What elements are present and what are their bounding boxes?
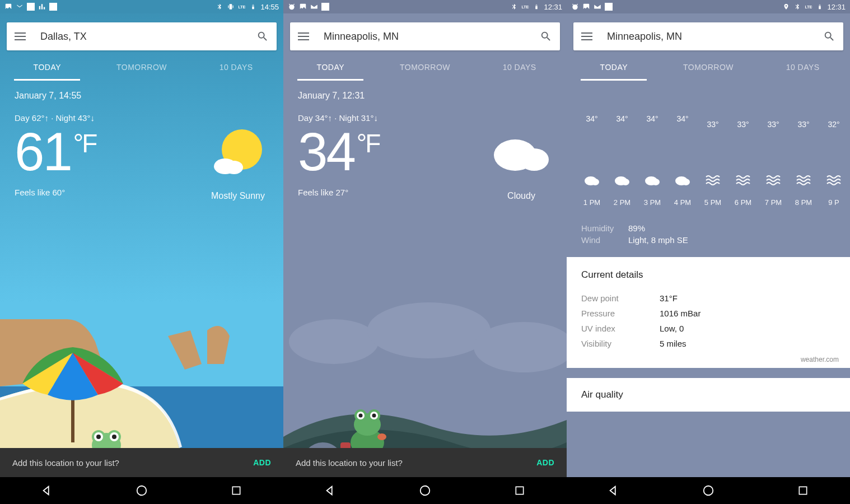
search-icon[interactable] xyxy=(823,30,835,43)
svg-point-24 xyxy=(289,4,294,10)
svg-point-38 xyxy=(372,414,376,418)
dew-value: 31°F xyxy=(660,293,678,303)
tab-10days[interactable]: 10 DAYS xyxy=(472,54,567,81)
svg-point-37 xyxy=(359,414,363,418)
nav-bar xyxy=(567,477,850,504)
hourly-time: 2 PM xyxy=(614,198,631,207)
tab-tomorrow[interactable]: TOMORROW xyxy=(661,54,756,81)
add-location-bar: Add this location to your list? ADD xyxy=(0,448,283,477)
current-details-card: Current details Dew point31°F Pressure10… xyxy=(567,257,850,368)
tab-tomorrow[interactable]: TOMORROW xyxy=(378,54,473,81)
tab-10days[interactable]: 10 DAYS xyxy=(755,54,850,81)
status-bar: LTE 14:55 xyxy=(0,0,283,13)
pressure-value: 1016 mBar xyxy=(660,309,700,318)
hourly-item[interactable]: 34°4 PM xyxy=(667,114,698,207)
hourly-item[interactable]: 33°7 PM xyxy=(758,114,788,207)
cloudy-icon xyxy=(491,127,552,178)
hourly-item[interactable]: 34°3 PM xyxy=(637,114,667,207)
hourly-item[interactable]: 34°1 PM xyxy=(577,114,607,207)
tab-today[interactable]: TODAY xyxy=(567,54,661,81)
recent-button[interactable] xyxy=(229,483,244,498)
back-button[interactable] xyxy=(40,483,54,498)
svg-point-26 xyxy=(520,148,549,171)
search-wrap: Dallas, TX xyxy=(0,13,283,54)
hourly-item[interactable]: 33°5 PM xyxy=(698,114,728,207)
hourly-temp: 34° xyxy=(646,114,658,123)
nav-bar xyxy=(283,477,567,504)
home-button[interactable] xyxy=(134,483,149,498)
status-time: 12:31 xyxy=(544,3,562,11)
hamburger-icon[interactable] xyxy=(15,32,26,40)
search-icon[interactable] xyxy=(256,30,269,43)
hourly-item[interactable]: 33°8 PM xyxy=(788,114,819,207)
home-button[interactable] xyxy=(418,483,432,498)
hourly-item[interactable]: 32°9 P xyxy=(819,114,849,207)
humidity-key: Humidity xyxy=(581,223,622,233)
cloud-icon xyxy=(675,174,690,186)
location-field[interactable]: Minneapolis, MN xyxy=(324,31,540,43)
add-question: Add this location to your list? xyxy=(12,458,119,468)
svg-rect-42 xyxy=(516,487,523,494)
svg-point-29 xyxy=(367,302,491,358)
svg-rect-2 xyxy=(44,7,45,10)
hamburger-icon[interactable] xyxy=(298,32,309,40)
visibility-key: Visibility xyxy=(581,339,660,348)
fog-icon xyxy=(705,174,721,186)
lte-signal-icon: LTE xyxy=(238,3,246,11)
svg-point-51 xyxy=(682,179,690,185)
add-button[interactable]: ADD xyxy=(536,458,554,467)
fog-icon xyxy=(796,174,811,186)
location-field[interactable]: Dallas, TX xyxy=(40,31,256,43)
search-bar[interactable]: Minneapolis, MN xyxy=(290,22,560,50)
hourly-time: 4 PM xyxy=(674,198,691,207)
hourly-item[interactable]: 33°6 PM xyxy=(728,114,758,207)
search-bar[interactable]: Minneapolis, MN xyxy=(573,22,843,50)
condition-label: Cloudy xyxy=(507,191,535,201)
svg-point-41 xyxy=(421,486,430,496)
panel-minneapolis-main: LTE 12:31 Minneapolis, MN TODAY TOMORROW… xyxy=(283,0,567,504)
alarm-icon xyxy=(288,3,296,11)
image-icon xyxy=(582,3,590,11)
recent-button[interactable] xyxy=(512,483,527,498)
hourly-item[interactable]: 34°2 PM xyxy=(607,114,637,207)
notif-icon xyxy=(49,3,57,11)
tab-today[interactable]: TODAY xyxy=(283,54,378,81)
location-field[interactable]: Minneapolis, MN xyxy=(607,31,823,43)
svg-point-52 xyxy=(704,486,713,496)
cloud-icon xyxy=(584,174,600,186)
tab-today[interactable]: TODAY xyxy=(0,54,95,81)
add-question: Add this location to your list? xyxy=(296,458,403,468)
back-button[interactable] xyxy=(323,483,338,498)
recent-button[interactable] xyxy=(796,483,810,498)
hourly-temp: 33° xyxy=(737,120,749,129)
back-button[interactable] xyxy=(606,483,621,498)
weather-body: 34°1 PM34°2 PM34°3 PM34°4 PM33°5 PM33°6 … xyxy=(567,81,850,504)
lte-signal-icon: LTE xyxy=(521,3,529,11)
tab-10days[interactable]: 10 DAYS xyxy=(189,54,283,81)
dew-key: Dew point xyxy=(581,293,660,303)
home-button[interactable] xyxy=(701,483,716,498)
image-icon xyxy=(4,3,12,11)
panel-dallas: LTE 14:55 Dallas, TX TODAY TOMORROW 10 D… xyxy=(0,0,283,504)
fog-icon xyxy=(765,174,781,186)
hamburger-icon[interactable] xyxy=(581,32,592,40)
search-bar[interactable]: Dallas, TX xyxy=(7,22,277,50)
mail-icon xyxy=(310,3,318,11)
hourly-forecast[interactable]: 34°1 PM34°2 PM34°3 PM34°4 PM33°5 PM33°6 … xyxy=(567,114,850,207)
condition-label: Mostly Sunny xyxy=(211,191,265,201)
add-location-bar: Add this location to your list? ADD xyxy=(283,448,567,477)
temperature-value: 61°F xyxy=(15,125,94,179)
hourly-time: 8 PM xyxy=(795,198,812,207)
mail-icon xyxy=(594,3,601,11)
svg-rect-3 xyxy=(230,4,232,9)
tabs: TODAY TOMORROW 10 DAYS xyxy=(567,54,850,81)
tab-tomorrow[interactable]: TOMORROW xyxy=(95,54,189,81)
svg-point-45 xyxy=(591,179,599,185)
hourly-time: 3 PM xyxy=(644,198,661,207)
add-button[interactable]: ADD xyxy=(253,458,271,467)
svg-rect-5 xyxy=(233,6,233,8)
alarm-icon xyxy=(571,3,579,11)
search-icon[interactable] xyxy=(540,30,552,43)
pressure-key: Pressure xyxy=(581,309,660,318)
hourly-time: 9 P xyxy=(828,198,839,207)
